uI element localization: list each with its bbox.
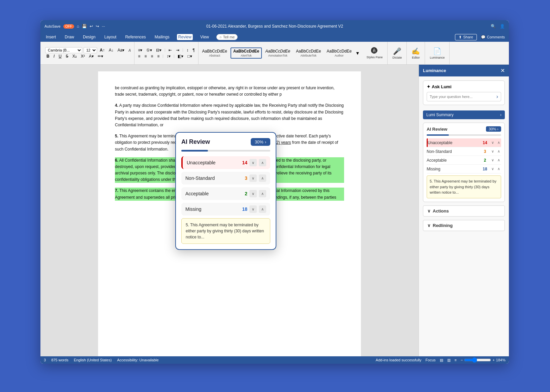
dictate-button[interactable]: 🎤 Dictate (390, 46, 404, 61)
menu-item-draw[interactable]: Draw (63, 34, 75, 40)
undo-icon[interactable]: ↩ (90, 24, 93, 29)
view-print-icon[interactable]: ▥ (447, 358, 451, 362)
popup-item-acceptable[interactable]: Acceptable 2 ∨ ∧ (181, 187, 270, 200)
acceptable-collapse-btn[interactable]: ∧ (259, 190, 266, 197)
ask-lumi-input-row[interactable]: › (427, 92, 501, 101)
document-area[interactable]: be construed as granting by implication,… (40, 65, 419, 356)
more-icon[interactable]: ··· (102, 24, 105, 29)
ribbon-styles-pane-section: 🅐 Styles Pane (362, 42, 388, 64)
superscript-button[interactable]: X² (80, 53, 86, 59)
line-spacing-button[interactable]: ↕▾ (165, 53, 172, 59)
highlight-button[interactable]: ✏▾ (96, 53, 104, 59)
sidebar-nonstandard-expand[interactable]: ∨ (490, 149, 495, 154)
nonstandard-expand-btn[interactable]: ∨ (249, 174, 257, 182)
multilevel-button[interactable]: ⊟▾ (155, 47, 163, 53)
popup-item-unacceptable[interactable]: Unacceptable 14 ∨ ∧ (181, 156, 270, 169)
style-item-abstract[interactable]: AaBbCcDdEe Abstract (200, 48, 230, 58)
lumi-summary-button[interactable]: Lumi Summary › (423, 110, 505, 119)
zoom-slider[interactable] (464, 357, 491, 363)
home-icon[interactable]: ⌂ (77, 24, 79, 29)
zoom-in-icon[interactable]: + (492, 358, 494, 362)
border-button[interactable]: □▾ (186, 53, 193, 59)
menu-item-layout[interactable]: Layout (103, 34, 118, 40)
grow-font-button[interactable]: A↑ (98, 47, 106, 53)
decrease-indent-button[interactable]: ⇤ (167, 47, 173, 53)
shrink-font-button[interactable]: A↓ (108, 47, 115, 53)
subscript-button[interactable]: X₂ (71, 53, 78, 59)
popup-item-nonstandard[interactable]: Non-Standard 3 ∨ ∧ (181, 172, 270, 185)
missing-collapse-btn[interactable]: ∧ (259, 205, 266, 213)
justify-button[interactable]: ≡ (156, 53, 161, 59)
align-center-button[interactable]: ≡ (143, 53, 148, 59)
font-size-select[interactable]: 12 (84, 47, 97, 53)
sidebar-item-acceptable[interactable]: Acc­eptable 2 ∨ ∧ (427, 156, 501, 165)
numbering-button[interactable]: ①▾ (145, 47, 153, 53)
menu-item-design[interactable]: Design (82, 34, 97, 40)
sidebar-unacceptable-collapse[interactable]: ∧ (496, 140, 501, 145)
autosave-toggle[interactable]: OFF (63, 24, 74, 29)
style-item-alerttok[interactable]: AaBbCcDdEe AlertTok (231, 47, 262, 59)
italic-button[interactable]: I (52, 53, 56, 59)
comments-button[interactable]: 💬 Comments (481, 35, 505, 39)
redlining-header[interactable]: ∨ Redlining (423, 220, 505, 231)
profile-icon[interactable]: 👤 (500, 24, 505, 29)
bullets-button[interactable]: ≡▾ (136, 47, 144, 53)
sidebar-acceptable-expand[interactable]: ∨ (490, 158, 495, 163)
ask-lumi-input[interactable] (430, 95, 496, 99)
ai-review-sidebar-percent[interactable]: 30% › (486, 126, 501, 132)
style-item-annotationtok[interactable]: AaBbCcDdEe AnnotationTok (263, 48, 293, 58)
missing-expand-btn[interactable]: ∨ (249, 205, 257, 213)
sidebar-close-button[interactable]: ✕ (500, 67, 505, 74)
align-right-button[interactable]: ≡ (149, 53, 154, 59)
view-web-icon[interactable]: ≡ (455, 358, 457, 362)
unacceptable-collapse-btn[interactable]: ∧ (259, 159, 266, 166)
redo-icon[interactable]: ↪ (96, 24, 99, 29)
sort-button[interactable]: ↕ (185, 47, 190, 53)
actions-header[interactable]: ∨ Actions (423, 206, 505, 216)
tell-me-bar[interactable]: ○ Tell me (216, 34, 238, 40)
sidebar-nonstandard-collapse[interactable]: ∧ (496, 149, 501, 154)
sidebar-missing-collapse[interactable]: ∧ (496, 166, 501, 171)
font-color-button[interactable]: A▾ (88, 53, 95, 59)
style-item-author[interactable]: AaBbCcDdEe Author (324, 48, 354, 58)
underline-button[interactable]: U (57, 53, 63, 59)
sidebar-item-nonstandard[interactable]: Non-Standard 3 ∨ ∧ (427, 147, 501, 156)
search-icon[interactable]: 🔍 (491, 24, 496, 29)
font-family-select[interactable]: Cambria (B... (45, 47, 82, 53)
style-item-attributetok[interactable]: AaBbCcDdEe AttributeTok (294, 48, 323, 58)
zoom-control[interactable]: − + 184% (461, 357, 506, 363)
menu-item-view[interactable]: View (199, 34, 210, 40)
popup-item-missing[interactable]: Missing 18 ∨ ∧ (181, 203, 270, 216)
increase-indent-button[interactable]: ⇥ (175, 47, 181, 53)
menu-item-references[interactable]: References (124, 34, 147, 40)
clear-formatting-button[interactable]: 𝐴 (127, 47, 132, 53)
ask-lumi-arrow[interactable]: › (496, 94, 498, 100)
nonstandard-collapse-btn[interactable]: ∧ (259, 174, 266, 182)
font-options-button[interactable]: Aa▾ (116, 47, 126, 53)
show-marks-button[interactable]: ¶ (191, 47, 196, 53)
sidebar-unacceptable-expand[interactable]: ∨ (490, 140, 495, 145)
menu-item-review[interactable]: Review (177, 34, 193, 40)
luminance-ribbon-button[interactable]: 📄 Luminance (428, 46, 447, 61)
sidebar-acceptable-collapse[interactable]: ∧ (496, 158, 501, 163)
more-styles-button[interactable]: ▾ (355, 49, 360, 57)
menu-item-insert[interactable]: Insert (44, 34, 57, 40)
menu-item-mailings[interactable]: Mailings (153, 34, 171, 40)
styles-pane-button[interactable]: 🅐 Styles Pane (364, 46, 385, 60)
ribbon-para-row2: ≡ ≡ ≡ ≡ ↕▾ ◧▾ □▾ (136, 53, 196, 59)
bold-button[interactable]: B (45, 53, 51, 59)
unacceptable-expand-btn[interactable]: ∨ (249, 159, 257, 166)
editor-button[interactable]: ✍ Editor (409, 46, 422, 61)
sidebar-item-unacceptable[interactable]: Unacceptable 14 ∨ ∧ (427, 138, 501, 147)
share-button[interactable]: ⬆ Share (455, 34, 477, 40)
sidebar-missing-expand[interactable]: ∨ (490, 166, 495, 171)
acceptable-expand-btn[interactable]: ∨ (249, 190, 257, 197)
zoom-out-icon[interactable]: − (461, 358, 463, 362)
view-normal-icon[interactable]: ▤ (440, 358, 443, 362)
shading-button[interactable]: ◧▾ (176, 53, 185, 59)
sidebar-item-missing[interactable]: Missing 18 ∨ ∧ (427, 165, 501, 173)
popup-percent[interactable]: 30% › (251, 138, 270, 146)
strikethrough-button[interactable]: S̶ (64, 53, 70, 59)
align-left-button[interactable]: ≡ (136, 53, 142, 59)
save-icon[interactable]: 💾 (82, 24, 87, 29)
